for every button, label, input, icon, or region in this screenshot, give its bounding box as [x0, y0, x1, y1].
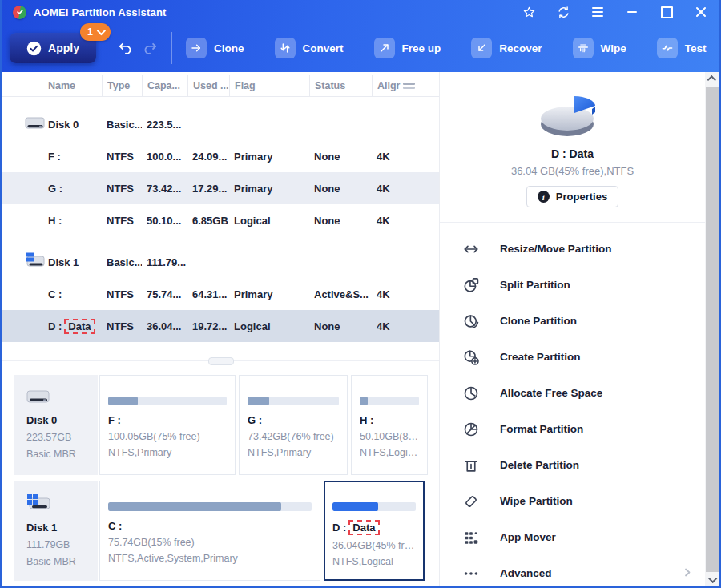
- action-clone-partition[interactable]: Clone Partition: [440, 303, 705, 339]
- test-button[interactable]: Test: [657, 38, 707, 58]
- table-rows: Disk 0 Basic... 223.5... F : NTFS 100.0.…: [2, 96, 439, 342]
- table-row-h[interactable]: H : NTFS 50.10... 6.85GB Logical None 4K: [2, 204, 439, 236]
- partition-cell-f[interactable]: F : 100.05GB(75% free) NTFS,Primary: [99, 375, 236, 475]
- clone-label: Clone: [214, 42, 244, 54]
- row-align: 4K: [372, 183, 439, 195]
- undo-redo-group: [117, 40, 159, 56]
- action-app-mover[interactable]: App Mover: [440, 519, 705, 555]
- action-advanced[interactable]: Advanced: [440, 555, 705, 588]
- row-name: Disk 0: [48, 119, 79, 131]
- action-delete-partition[interactable]: Delete Partition: [440, 447, 705, 483]
- undo-button[interactable]: [117, 40, 133, 56]
- column-settings-icon[interactable]: [403, 83, 415, 89]
- partition-cell-h[interactable]: H : 50.10GB(86... NTFS,Logical: [351, 375, 428, 475]
- free-up-icon: [374, 38, 395, 58]
- column-flag[interactable]: Flag: [229, 75, 309, 96]
- scrollbar-thumb[interactable]: [706, 87, 719, 572]
- action-wipe-partition[interactable]: Wipe Partition: [440, 483, 705, 519]
- table-row-disk0[interactable]: Disk 0 Basic... 223.5...: [2, 108, 439, 140]
- table-row-f[interactable]: F : NTFS 100.0... 24.09... Primary None …: [2, 140, 439, 172]
- row-status: Active&S...: [309, 288, 372, 300]
- free-up-button[interactable]: Free up: [374, 38, 441, 58]
- close-button[interactable]: [694, 5, 708, 19]
- volume-label-rename-box: Data: [64, 319, 95, 334]
- menu-icon[interactable]: [590, 5, 605, 19]
- disk1-partitions: C : 75.74GB(15% free) NTFS,Active,System…: [99, 481, 428, 581]
- scroll-up-button[interactable]: [705, 72, 719, 87]
- action-label: Resize/Move Partition: [500, 243, 612, 255]
- row-capacity: 36.04...: [142, 320, 187, 332]
- action-label: App Mover: [500, 531, 556, 543]
- row-capacity: 50.10...: [142, 215, 187, 227]
- disk0-info[interactable]: Disk 0 223.57GB Basic MBR: [14, 375, 98, 475]
- row-align: 4K: [372, 151, 439, 163]
- favorite-star-icon[interactable]: [522, 5, 536, 19]
- column-align[interactable]: Aligr: [372, 75, 439, 96]
- column-used[interactable]: Used ...: [187, 75, 229, 96]
- partition-cell-c[interactable]: C : 75.74GB(15% free) NTFS,Active,System…: [99, 481, 320, 581]
- maximize-button[interactable]: [659, 5, 674, 19]
- row-status: None: [309, 151, 372, 163]
- partition-size: 36.04GB(45% free): [332, 540, 416, 551]
- row-type: NTFS: [102, 288, 142, 300]
- row-flag: Primary: [229, 151, 309, 163]
- clone-button[interactable]: Clone: [186, 38, 244, 58]
- badge-count: 1: [87, 26, 93, 38]
- vertical-scrollbar[interactable]: [705, 72, 719, 586]
- column-status[interactable]: Status: [309, 75, 372, 96]
- action-format-partition[interactable]: Format Partition: [440, 411, 705, 447]
- action-allocate-free-space[interactable]: Allocate Free Space: [440, 375, 705, 411]
- table-row-disk1[interactable]: Disk 1 Basic... 111.79...: [2, 246, 439, 278]
- pane-drag-handle[interactable]: [208, 357, 234, 365]
- scroll-down-button[interactable]: [705, 572, 719, 586]
- recover-icon: [471, 38, 492, 58]
- row-status: None: [309, 215, 372, 227]
- action-list: Resize/Move Partition Split Partition Cl…: [440, 223, 705, 588]
- row-capacity: 75.74...: [142, 288, 187, 300]
- row-used: 6.85GB: [187, 215, 229, 227]
- sidebar: D : Data 36.04 GB(45% free),NTFS Propert…: [439, 72, 705, 586]
- partition-cell-g[interactable]: G : 73.42GB(76% free) NTFS,Primary: [239, 375, 348, 475]
- recover-button[interactable]: Recover: [471, 38, 542, 58]
- partition-size: 50.10GB(86...: [360, 431, 419, 442]
- row-name: G :: [48, 183, 62, 195]
- table-row-d-selected[interactable]: D : Data NTFS 36.04... 19.72... Logical …: [2, 310, 439, 342]
- convert-button[interactable]: Convert: [275, 38, 344, 58]
- partition-table-pane: Name Type Capa... Used ... Flag Status A…: [2, 72, 439, 586]
- action-label: Allocate Free Space: [500, 387, 602, 399]
- minimize-button[interactable]: [625, 5, 639, 19]
- action-resize-move-partition[interactable]: Resize/Move Partition: [440, 231, 705, 267]
- selected-partition-details: 36.04 GB(45% free),NTFS: [440, 165, 705, 177]
- action-label: Advanced: [500, 567, 552, 579]
- wipe-button[interactable]: Wipe: [573, 38, 626, 58]
- redo-button[interactable]: [143, 40, 159, 56]
- properties-button[interactable]: Properties: [526, 186, 618, 207]
- pending-operations-badge[interactable]: 1: [80, 23, 111, 41]
- apply-wrap: Apply 1: [10, 33, 96, 63]
- test-label: Test: [685, 42, 707, 54]
- action-split-partition[interactable]: Split Partition: [440, 267, 705, 303]
- disk-name: Disk 1: [26, 522, 98, 534]
- disk-size: 223.57GB: [26, 432, 98, 443]
- convert-label: Convert: [303, 42, 344, 54]
- partition-fs: NTFS,Primary: [248, 447, 339, 458]
- partition-size: 100.05GB(75% free): [108, 431, 227, 442]
- column-type[interactable]: Type: [102, 75, 142, 96]
- row-name: D :: [48, 320, 62, 332]
- app-logo-icon: [13, 6, 26, 19]
- column-capacity[interactable]: Capa...: [142, 75, 187, 96]
- table-row-c[interactable]: C : NTFS 75.74... 64.31... Primary Activ…: [2, 278, 439, 310]
- partition-size: 73.42GB(76% free): [248, 431, 339, 442]
- format-partition-icon: [462, 421, 480, 438]
- action-create-partition[interactable]: Create Partition: [440, 339, 705, 375]
- disk1-info[interactable]: Disk 1 111.79GB Basic MBR: [14, 481, 98, 581]
- partition-cell-d-selected[interactable]: D : Data 36.04GB(45% free) NTFS,Logical: [324, 481, 425, 581]
- row-type: NTFS: [102, 320, 142, 332]
- wipe-icon: [573, 38, 594, 58]
- column-name[interactable]: Name: [2, 75, 102, 96]
- chevron-up-icon: [707, 75, 716, 84]
- usage-bar: [248, 397, 339, 405]
- row-used: 24.09...: [187, 151, 229, 163]
- sync-icon[interactable]: [556, 5, 570, 19]
- table-row-g[interactable]: G : NTFS 73.42... 17.29... Primary None …: [2, 172, 439, 204]
